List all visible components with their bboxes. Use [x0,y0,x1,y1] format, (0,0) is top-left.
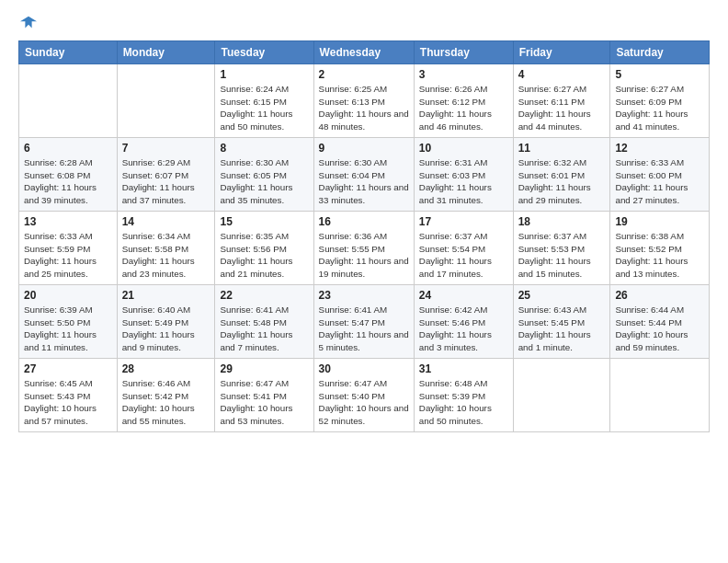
day-cell: 25Sunrise: 6:43 AM Sunset: 5:45 PM Dayli… [513,285,610,359]
svg-marker-0 [20,17,37,29]
day-number: 14 [122,215,210,228]
day-number: 31 [419,362,508,375]
day-cell: 17Sunrise: 6:37 AM Sunset: 5:54 PM Dayli… [414,212,513,285]
day-cell: 28Sunrise: 6:46 AM Sunset: 5:42 PM Dayli… [117,359,215,432]
week-row-5: 27Sunrise: 6:45 AM Sunset: 5:43 PM Dayli… [19,359,710,432]
week-row-3: 13Sunrise: 6:33 AM Sunset: 5:59 PM Dayli… [19,212,710,285]
day-cell: 27Sunrise: 6:45 AM Sunset: 5:43 PM Dayli… [19,359,118,432]
day-info: Sunrise: 6:36 AM Sunset: 5:55 PM Dayligh… [319,230,409,281]
header [18,15,710,33]
day-info: Sunrise: 6:47 AM Sunset: 5:40 PM Dayligh… [319,377,409,428]
header-day-sunday: Sunday [19,41,118,64]
day-number: 17 [419,215,508,228]
day-info: Sunrise: 6:34 AM Sunset: 5:58 PM Dayligh… [122,230,210,281]
day-cell: 19Sunrise: 6:38 AM Sunset: 5:52 PM Dayli… [610,212,710,285]
day-cell [117,64,215,138]
day-cell: 8Sunrise: 6:30 AM Sunset: 6:05 PM Daylig… [215,138,313,212]
day-cell: 24Sunrise: 6:42 AM Sunset: 5:46 PM Dayli… [414,285,513,359]
day-info: Sunrise: 6:43 AM Sunset: 5:45 PM Dayligh… [518,304,606,354]
day-number: 8 [220,142,308,155]
day-number: 11 [518,142,606,155]
day-number: 1 [220,68,308,81]
day-cell: 4Sunrise: 6:27 AM Sunset: 6:11 PM Daylig… [513,64,610,138]
day-cell: 20Sunrise: 6:39 AM Sunset: 5:50 PM Dayli… [19,285,118,359]
day-info: Sunrise: 6:38 AM Sunset: 5:52 PM Dayligh… [615,230,704,281]
day-info: Sunrise: 6:41 AM Sunset: 5:48 PM Dayligh… [220,304,308,354]
day-info: Sunrise: 6:32 AM Sunset: 6:01 PM Dayligh… [518,156,606,207]
day-number: 22 [220,289,308,302]
day-cell [513,359,610,432]
day-info: Sunrise: 6:30 AM Sunset: 6:04 PM Dayligh… [319,156,409,207]
day-cell: 5Sunrise: 6:27 AM Sunset: 6:09 PM Daylig… [610,64,710,138]
day-number: 3 [419,68,508,81]
day-cell: 1Sunrise: 6:24 AM Sunset: 6:15 PM Daylig… [215,64,313,138]
header-day-monday: Monday [117,41,215,64]
day-cell: 31Sunrise: 6:48 AM Sunset: 5:39 PM Dayli… [414,359,513,432]
day-number: 4 [518,68,606,81]
day-number: 28 [122,362,210,375]
day-info: Sunrise: 6:24 AM Sunset: 6:15 PM Dayligh… [220,83,308,133]
day-info: Sunrise: 6:28 AM Sunset: 6:08 PM Dayligh… [24,156,112,207]
day-cell: 9Sunrise: 6:30 AM Sunset: 6:04 PM Daylig… [313,138,414,212]
calendar-table: SundayMondayTuesdayWednesdayThursdayFrid… [18,40,710,432]
day-info: Sunrise: 6:37 AM Sunset: 5:53 PM Dayligh… [518,230,606,281]
day-cell: 11Sunrise: 6:32 AM Sunset: 6:01 PM Dayli… [513,138,610,212]
day-cell: 10Sunrise: 6:31 AM Sunset: 6:03 PM Dayli… [414,138,513,212]
day-number: 27 [24,362,112,375]
day-info: Sunrise: 6:39 AM Sunset: 5:50 PM Dayligh… [24,304,112,354]
day-cell: 22Sunrise: 6:41 AM Sunset: 5:48 PM Dayli… [215,285,313,359]
logo [18,15,37,33]
day-number: 16 [319,215,409,228]
day-number: 15 [220,215,308,228]
day-info: Sunrise: 6:25 AM Sunset: 6:13 PM Dayligh… [319,83,409,133]
day-number: 6 [24,142,112,155]
day-info: Sunrise: 6:37 AM Sunset: 5:54 PM Dayligh… [419,230,508,281]
day-cell: 30Sunrise: 6:47 AM Sunset: 5:40 PM Dayli… [313,359,414,432]
day-number: 18 [518,215,606,228]
week-row-1: 1Sunrise: 6:24 AM Sunset: 6:15 PM Daylig… [19,64,710,138]
day-cell: 7Sunrise: 6:29 AM Sunset: 6:07 PM Daylig… [117,138,215,212]
day-number: 13 [24,215,112,228]
logo-bird-icon [20,15,37,31]
day-info: Sunrise: 6:41 AM Sunset: 5:47 PM Dayligh… [319,304,409,354]
day-cell: 23Sunrise: 6:41 AM Sunset: 5:47 PM Dayli… [313,285,414,359]
day-cell: 13Sunrise: 6:33 AM Sunset: 5:59 PM Dayli… [19,212,118,285]
day-cell: 3Sunrise: 6:26 AM Sunset: 6:12 PM Daylig… [414,64,513,138]
day-info: Sunrise: 6:46 AM Sunset: 5:42 PM Dayligh… [122,377,210,428]
day-number: 29 [220,362,308,375]
day-cell [610,359,710,432]
day-number: 20 [24,289,112,302]
day-info: Sunrise: 6:40 AM Sunset: 5:49 PM Dayligh… [122,304,210,354]
day-number: 12 [615,142,704,155]
day-number: 19 [615,215,704,228]
page: SundayMondayTuesdayWednesdayThursdayFrid… [0,0,728,563]
day-number: 10 [419,142,508,155]
day-number: 24 [419,289,508,302]
header-row: SundayMondayTuesdayWednesdayThursdayFrid… [19,41,710,64]
day-info: Sunrise: 6:45 AM Sunset: 5:43 PM Dayligh… [24,377,112,428]
day-number: 23 [319,289,409,302]
calendar-header: SundayMondayTuesdayWednesdayThursdayFrid… [19,41,710,64]
day-number: 7 [122,142,210,155]
header-day-friday: Friday [513,41,610,64]
header-day-thursday: Thursday [414,41,513,64]
day-cell: 2Sunrise: 6:25 AM Sunset: 6:13 PM Daylig… [313,64,414,138]
day-cell: 6Sunrise: 6:28 AM Sunset: 6:08 PM Daylig… [19,138,118,212]
day-info: Sunrise: 6:35 AM Sunset: 5:56 PM Dayligh… [220,230,308,281]
week-row-4: 20Sunrise: 6:39 AM Sunset: 5:50 PM Dayli… [19,285,710,359]
day-number: 25 [518,289,606,302]
day-info: Sunrise: 6:27 AM Sunset: 6:09 PM Dayligh… [615,83,704,133]
day-info: Sunrise: 6:44 AM Sunset: 5:44 PM Dayligh… [615,304,704,354]
day-info: Sunrise: 6:30 AM Sunset: 6:05 PM Dayligh… [220,156,308,207]
day-info: Sunrise: 6:31 AM Sunset: 6:03 PM Dayligh… [419,156,508,207]
day-info: Sunrise: 6:26 AM Sunset: 6:12 PM Dayligh… [419,83,508,133]
week-row-2: 6Sunrise: 6:28 AM Sunset: 6:08 PM Daylig… [19,138,710,212]
day-number: 30 [319,362,409,375]
header-day-saturday: Saturday [610,41,710,64]
day-number: 26 [615,289,704,302]
header-day-wednesday: Wednesday [313,41,414,64]
day-info: Sunrise: 6:42 AM Sunset: 5:46 PM Dayligh… [419,304,508,354]
day-cell: 21Sunrise: 6:40 AM Sunset: 5:49 PM Dayli… [117,285,215,359]
day-number: 9 [319,142,409,155]
day-info: Sunrise: 6:47 AM Sunset: 5:41 PM Dayligh… [220,377,308,428]
